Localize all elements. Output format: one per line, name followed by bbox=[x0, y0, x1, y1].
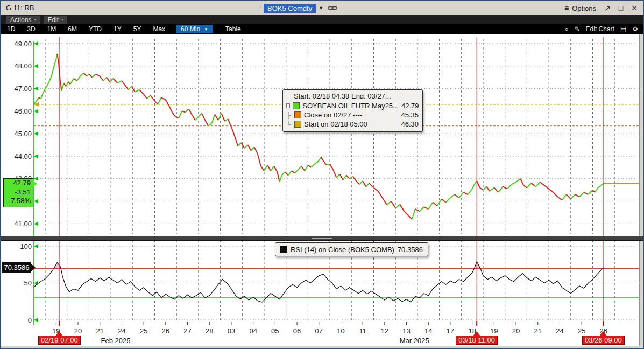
tab-1d[interactable]: 1D bbox=[1, 25, 21, 33]
axis-tick-arrow-icon bbox=[34, 221, 38, 226]
event-marker-icon bbox=[599, 331, 607, 336]
event-badge-0318: 03/18 11:00 bbox=[456, 336, 498, 345]
tab-max[interactable]: Max bbox=[147, 25, 171, 33]
x-axis-day-label: 12 bbox=[381, 327, 388, 335]
x-axis-day-label: 24 bbox=[556, 327, 563, 335]
x-axis-day-label: 17 bbox=[447, 327, 454, 335]
x-axis-day-label: 11 bbox=[359, 327, 366, 335]
event-badge-0326: 03/26 09:00 bbox=[582, 336, 625, 345]
tab-1m[interactable]: 1M bbox=[41, 25, 62, 33]
tab-table[interactable]: Table bbox=[218, 25, 249, 33]
net-change-value: -3.51 bbox=[4, 188, 33, 197]
x-axis-day-label: 03 bbox=[228, 327, 235, 335]
tab-5y[interactable]: 5Y bbox=[128, 25, 147, 33]
event-marker-icon bbox=[55, 331, 63, 336]
options-button[interactable]: Options bbox=[572, 4, 596, 12]
close-swatch bbox=[294, 111, 301, 118]
chart-area: 49.0048.0047.0046.0045.0044.0043.0042.00… bbox=[1, 34, 643, 346]
chevron-down-icon: ▼ bbox=[204, 27, 208, 32]
legend-row-start[interactable]: └ Start on 02/18 05:00 46.30 bbox=[286, 120, 419, 129]
legend-range-text: Start: 02/18 04:38 End: 03/27... bbox=[294, 92, 419, 100]
axis-tick-arrow-icon bbox=[34, 131, 38, 136]
link-icon[interactable] bbox=[328, 3, 337, 13]
start-value: 46.30 bbox=[401, 120, 419, 128]
price-ytick-label: 47.00 bbox=[14, 85, 32, 93]
rsi-ytick-label: 100 bbox=[20, 242, 32, 250]
axis-tick-arrow-icon bbox=[34, 199, 38, 204]
chevron-down-icon: ▾ bbox=[34, 17, 36, 22]
drag-grip-icon[interactable]: ⁞ bbox=[259, 5, 261, 11]
panel-resize-handle[interactable] bbox=[312, 238, 332, 239]
month-label-feb: Feb 2025 bbox=[101, 337, 131, 345]
pencil-icon[interactable]: ✎ bbox=[574, 25, 579, 33]
rsi-swatch bbox=[280, 246, 287, 253]
titlebar: G 11: RB ⁞ BOK5 Comdty ▼ ≡ Options ↗ □ ✕ bbox=[1, 1, 643, 15]
legend-row-close[interactable]: ├ Close on 02/27 ---- 45.35 bbox=[286, 110, 419, 120]
x-axis-day-label: 14 bbox=[424, 327, 432, 335]
x-axis-day-label: 10 bbox=[337, 327, 344, 335]
security-input[interactable]: BOK5 Comdty bbox=[264, 4, 316, 13]
last-price-badge: 42.79 -3.51 -7.58% bbox=[3, 178, 33, 207]
tab-ytd[interactable]: YTD bbox=[83, 25, 108, 33]
price-ytick-label: 44.00 bbox=[14, 152, 32, 160]
right-scroll-strip[interactable] bbox=[639, 34, 643, 346]
collapse-icon[interactable]: « bbox=[565, 25, 569, 33]
legend-row-series[interactable]: − SOYBEAN OIL FUTR May25... 42.79 bbox=[286, 101, 419, 110]
tree-collapse-icon[interactable]: − bbox=[286, 103, 290, 108]
series-label: SOYBEAN OIL FUTR May25... bbox=[302, 102, 399, 110]
interval-dropdown[interactable]: 60 Min▼ bbox=[176, 25, 213, 33]
x-axis-day-label: 04 bbox=[249, 327, 257, 335]
event-marker-icon bbox=[473, 331, 480, 336]
series-swatch bbox=[293, 102, 300, 109]
tab-6m[interactable]: 6M bbox=[62, 25, 83, 33]
tab-3d[interactable]: 3D bbox=[21, 25, 41, 33]
rsi-ytick-label: 0 bbox=[28, 316, 32, 324]
axis-tick-arrow-icon bbox=[34, 87, 38, 91]
tree-branch-icon: └ bbox=[286, 121, 292, 128]
start-label: Start on 02/18 05:00 bbox=[304, 120, 398, 128]
price-ytick-label: 49.00 bbox=[14, 40, 32, 48]
x-axis-day-label: 21 bbox=[534, 327, 542, 335]
axis-tick-arrow-icon bbox=[34, 64, 38, 68]
x-axis-day-label: 07 bbox=[315, 327, 323, 335]
edit-chart-button[interactable]: Edit Chart bbox=[586, 25, 614, 33]
x-axis-day-label: 24 bbox=[118, 327, 125, 335]
rsi-legend-value: 70.3586 bbox=[398, 246, 423, 254]
rsi-value-badge-arrow bbox=[31, 264, 36, 271]
popout-icon[interactable]: ↗ bbox=[604, 4, 611, 12]
last-price-value: 42.79 bbox=[4, 179, 33, 188]
x-axis-day-label: 06 bbox=[293, 327, 301, 335]
gear-icon[interactable]: ⚙ bbox=[632, 25, 638, 33]
x-axis-day-label: 19 bbox=[490, 327, 498, 335]
maximize-icon[interactable]: □ bbox=[619, 4, 623, 12]
x-axis-day-label: 28 bbox=[206, 327, 213, 335]
menu-icon[interactable]: ≡ bbox=[564, 4, 569, 12]
close-icon[interactable]: ✕ bbox=[631, 4, 638, 12]
price-rsi-chart-svg: 49.0048.0047.0046.0045.0044.0043.0042.00… bbox=[1, 34, 643, 346]
month-label-mar: Mar 2025 bbox=[400, 337, 429, 345]
annotate-icon[interactable]: ▤ bbox=[620, 25, 626, 33]
price-ytick-label: 41.00 bbox=[14, 220, 32, 228]
window-controls: ≡ Options ↗ □ ✕ bbox=[564, 1, 638, 15]
edit-menu[interactable]: Edit▾ bbox=[44, 16, 67, 24]
interval-label: 60 Min bbox=[181, 25, 200, 33]
security-dropdown-icon[interactable]: ▼ bbox=[319, 5, 323, 11]
event-badge-0219: 02/19 07:00 bbox=[38, 336, 81, 345]
start-swatch bbox=[294, 121, 301, 128]
bottom-chrome bbox=[1, 346, 643, 348]
axis-tick-arrow-icon bbox=[34, 109, 38, 113]
rsi-ytick-label: 50 bbox=[24, 279, 32, 287]
tab-1y[interactable]: 1Y bbox=[108, 25, 128, 33]
axis-tick-arrow-icon bbox=[34, 41, 38, 46]
price-ytick-label: 48.00 bbox=[14, 62, 32, 70]
rsi-legend[interactable]: RSI (14) on Close (BOK5 COMB) 70.3586 bbox=[275, 242, 428, 256]
panel-divider bbox=[1, 236, 643, 241]
series-value: 42.79 bbox=[401, 102, 419, 110]
actions-menu-label: Actions bbox=[10, 16, 31, 24]
x-axis-day-label: 27 bbox=[183, 327, 191, 335]
x-axis-day-label: 26 bbox=[162, 327, 169, 335]
rsi-value-badge: 70.3586 bbox=[2, 262, 31, 273]
price-legend[interactable]: Start: 02/18 04:38 End: 03/27... − SOYBE… bbox=[282, 89, 423, 132]
actions-menu[interactable]: Actions▾ bbox=[6, 16, 40, 24]
close-label: Close on 02/27 ---- bbox=[304, 111, 398, 119]
